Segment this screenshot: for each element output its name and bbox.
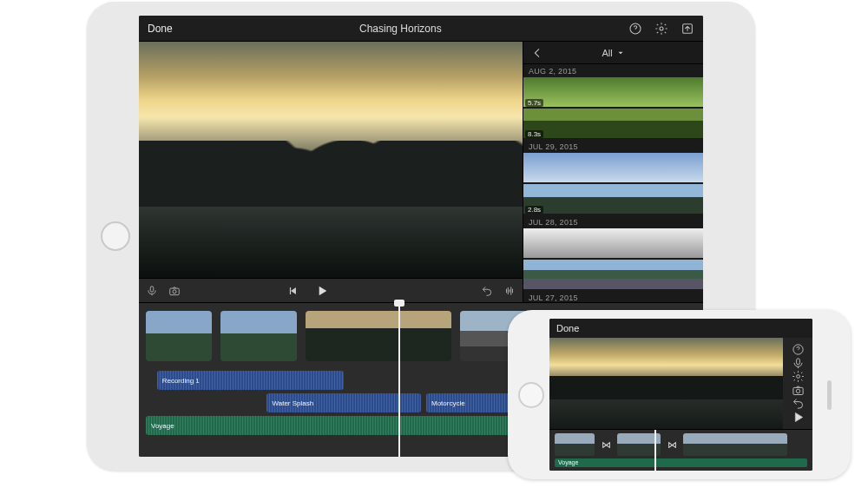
undo-icon[interactable] [792, 397, 805, 410]
settings-icon[interactable] [654, 22, 668, 36]
play-icon[interactable] [315, 284, 329, 298]
browser-header: All [523, 42, 703, 64]
svg-point-1 [660, 27, 663, 30]
iphone-app-screen: Done ⋈ ⋈ Voyage [549, 319, 812, 471]
back-icon[interactable] [530, 46, 544, 60]
camera-icon[interactable] [168, 285, 181, 297]
preview-frame [139, 42, 523, 278]
project-title: Chasing Horizons [181, 23, 620, 35]
thumb-row[interactable]: 2.8s [523, 184, 703, 215]
video-viewer [139, 42, 523, 302]
svg-rect-3 [150, 286, 154, 291]
settings-icon[interactable] [792, 370, 805, 383]
video-clip[interactable] [306, 311, 451, 361]
svg-rect-8 [796, 359, 799, 365]
audio-waveform-icon[interactable] [503, 285, 516, 297]
ipad-home-button[interactable] [101, 221, 130, 251]
date-label: JUL 29, 2015 [523, 140, 703, 153]
svg-point-5 [173, 289, 176, 293]
skip-back-icon[interactable] [287, 284, 299, 298]
svg-rect-10 [792, 387, 802, 394]
iphone-home-button[interactable] [518, 382, 544, 408]
iphone-device: Done ⋈ ⋈ Voyage [508, 310, 851, 479]
microphone-icon[interactable] [792, 357, 805, 370]
duration-badge: 8.3s [525, 130, 543, 138]
undo-icon[interactable] [481, 285, 493, 297]
microphone-icon[interactable] [146, 285, 158, 297]
video-clip[interactable] [555, 433, 595, 456]
svg-point-9 [796, 375, 799, 379]
browser-filter[interactable]: All [602, 48, 624, 58]
date-label: JUL 28, 2015 [523, 215, 703, 228]
duration-badge: 5.7s [525, 99, 543, 107]
svg-rect-4 [170, 288, 180, 295]
done-button[interactable]: Done [148, 23, 173, 35]
thumb-row[interactable]: 5.7s [523, 77, 703, 109]
thumb-row[interactable]: 8.3s [523, 109, 703, 140]
audio-clip[interactable]: Recording 1 [157, 371, 345, 390]
ipad-topbar: Done Chasing Horizons [139, 16, 703, 42]
iphone-timeline[interactable]: ⋈ ⋈ Voyage [549, 429, 812, 471]
media-browser: All AUG 2, 2015 5.7s 8.3s [523, 42, 703, 302]
thumb-row[interactable] [523, 153, 703, 184]
camera-icon[interactable] [792, 384, 805, 397]
browser-filter-label: All [602, 48, 612, 58]
transition-icon[interactable]: ⋈ [664, 433, 680, 456]
help-icon[interactable] [628, 22, 642, 36]
transport-bar [139, 278, 523, 302]
done-button[interactable]: Done [556, 323, 579, 333]
transition-icon[interactable]: ⋈ [598, 433, 614, 456]
audio-clip-label: Voyage [558, 459, 578, 465]
date-label: JUL 27, 2015 [523, 291, 703, 302]
thumb-row[interactable] [523, 260, 703, 291]
iphone-topbar: Done [549, 319, 812, 338]
audio-clip[interactable]: Voyage [555, 458, 807, 467]
thumb-row[interactable] [523, 228, 703, 260]
share-icon[interactable] [681, 22, 694, 36]
svg-point-11 [796, 389, 799, 392]
browser-body[interactable]: AUG 2, 2015 5.7s 8.3s JUL 29, 2015 [523, 64, 703, 302]
video-clip[interactable] [146, 311, 212, 361]
duration-badge: 2.8s [525, 206, 543, 214]
iphone-sidebar [783, 338, 812, 429]
playhead[interactable] [654, 430, 656, 471]
iphone-preview [549, 338, 783, 429]
date-label: AUG 2, 2015 [523, 64, 703, 77]
playhead[interactable] [398, 303, 400, 457]
svg-rect-6 [290, 287, 291, 293]
video-clip[interactable] [683, 433, 787, 456]
video-clip[interactable] [220, 311, 297, 361]
play-icon[interactable] [792, 411, 805, 424]
help-icon[interactable] [792, 343, 805, 356]
iphone-speaker [827, 380, 832, 410]
